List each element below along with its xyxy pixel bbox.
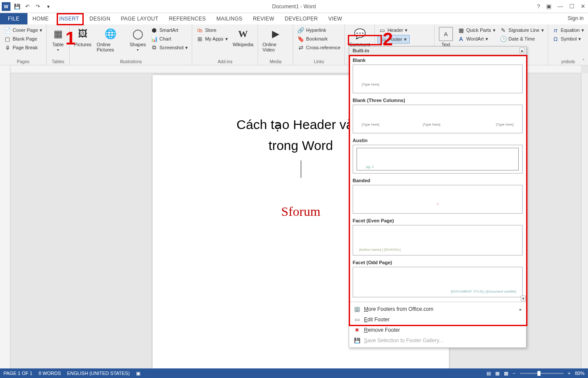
tab-view[interactable]: VIEW [323,13,347,24]
shapes-icon: ◯ [131,27,145,41]
collapse-ribbon-icon[interactable]: ˄ [582,58,585,63]
help-icon[interactable]: ? [537,3,540,10]
tab-insert[interactable]: INSERT [54,13,85,24]
group-label-media: Media [261,59,290,64]
gallery-item-austin[interactable]: pg. 1 [353,145,523,174]
quick-access-toolbar: W 💾 ↶ ↷ ▾ [0,2,52,11]
cross-reference-button[interactable]: ⇄Cross-reference [296,44,342,51]
group-label-illustrations: Illustrations [72,59,189,64]
zoom-thumb[interactable] [537,371,540,376]
date-time-button[interactable]: 🕒Date & Time [499,35,545,43]
hyperlink-button[interactable]: 🔗Hyperlink [296,26,342,34]
wordart-button[interactable]: AWordArt ▾ [456,35,497,43]
gallery-item-blank[interactable]: [Type here] [353,65,523,93]
edit-footer-menu-item[interactable]: ▭ Edit Footer [349,314,526,325]
signature-line-button[interactable]: ✎Signature Line ▾ [499,26,545,34]
save-icon[interactable]: 💾 [13,3,21,10]
save-to-gallery-menu-item: 💾 Save Selection to Footer Gallery... [349,335,526,346]
status-language[interactable]: ENGLISH (UNITED STATES) [67,371,130,376]
symbol-button[interactable]: ΩSymbol ▾ [551,35,585,43]
remove-footer-menu-item[interactable]: ✖ Remove Footer [349,325,526,335]
zoom-slider[interactable] [520,373,564,374]
tab-developer[interactable]: DEVELOPER [279,13,323,24]
store-button[interactable]: 🛍Store [195,26,229,34]
equation-icon: π [552,27,559,34]
online-pictures-button[interactable]: 🌐Online Pictures [95,26,126,58]
tab-mailings[interactable]: MAILINGS [211,13,248,24]
maximize-icon[interactable]: ☐ [569,3,574,10]
view-web-layout-icon[interactable]: ▩ [504,371,508,376]
zoom-level[interactable]: 80% [575,371,585,376]
footer-button[interactable]: ▭Footer ▾ [377,35,410,44]
word-logo-icon: W [2,2,10,11]
page-break-button[interactable]: ⤋Page Break [3,44,44,51]
online-video-icon: ▶ [269,27,282,41]
group-media: ▶Online Video Media [258,24,293,65]
gallery-scroll-down-icon[interactable]: ▾ [521,296,526,301]
table-button[interactable]: ▦Table▾ [49,26,67,53]
wikipedia-button[interactable]: WWikipedia [231,26,255,58]
gallery-item-title: Banded [353,178,523,183]
gallery-item-facet-even[interactable]: [Author name] | [SCHOOL] [353,225,523,255]
group-label-tables: Tables [49,59,67,64]
title-bar: W 💾 ↶ ↷ ▾ Document1 - Word ? ▣ — ☐ ✕ [0,0,588,13]
tab-file[interactable]: FILE [0,13,27,24]
gallery-item-blank-three-columns[interactable]: [Type here] [Type here] [Type here] [353,105,523,133]
macro-record-icon[interactable]: ▣ [136,371,140,376]
zoom-out-icon[interactable]: − [513,371,515,376]
cover-page-button[interactable]: 📄Cover Page ▾ [3,26,44,34]
my-apps-button[interactable]: ⊞My Apps ▾ [195,35,229,43]
bookmark-button[interactable]: 🔖Bookmark [296,35,342,43]
vertical-scrollbar[interactable] [581,73,588,368]
status-page[interactable]: PAGE 1 OF 1 [3,371,32,376]
view-print-layout-icon[interactable]: ▦ [495,371,500,376]
window-controls: ? ▣ — ☐ ✕ [537,3,585,10]
cross-reference-icon: ⇄ [297,44,304,51]
redo-icon[interactable]: ↷ [34,3,42,10]
more-footers-menu-item[interactable]: 🏢 More Footers from Office.com ▸ [349,304,526,314]
qat-customize-icon[interactable]: ▾ [44,3,52,10]
document-title: Document1 - Word [272,3,316,10]
gallery-item-facet-odd[interactable]: [DOCUMENT TITLE] | [Document subtitle] [353,267,523,297]
gallery-body: Blank [Type here] Blank (Three Columns) … [349,55,526,302]
quick-parts-button[interactable]: ▦Quick Parts ▾ [456,26,497,34]
shapes-button[interactable]: ◯Shapes▾ [128,26,147,58]
tab-home[interactable]: HOME [27,13,54,24]
office-icon: 🏢 [353,306,360,313]
zoom-in-icon[interactable]: + [568,371,571,376]
close-icon[interactable]: ✕ [581,3,585,10]
screenshot-button[interactable]: ⧉Screenshot ▾ [150,44,190,51]
blank-page-button[interactable]: ▢Blank Page [3,35,44,43]
gallery-scroll-up-icon[interactable]: ▴ [520,48,524,53]
tab-page-layout[interactable]: PAGE LAYOUT [116,13,163,24]
tab-review[interactable]: REVIEW [248,13,279,24]
chart-icon: 📊 [151,35,158,42]
gallery-item-title: Facet (Even Page) [353,218,523,223]
edit-footer-icon: ▭ [353,316,360,323]
footer-icon: ▭ [380,36,387,43]
undo-icon[interactable]: ↶ [24,3,31,10]
screenshot-icon: ⧉ [151,44,158,51]
group-label-addins: Add-ins [195,59,255,64]
minimize-icon[interactable]: — [557,3,563,10]
gallery-item-title: Facet (Odd Page) [353,260,523,265]
online-video-button[interactable]: ▶Online Video [261,26,290,53]
gallery-item-title: Blank (Three Columns) [353,98,523,103]
chart-button[interactable]: 📊Chart [150,35,190,43]
pictures-button[interactable]: 🖼Pictures [72,26,93,58]
equation-button[interactable]: πEquation ▾ [551,26,585,34]
view-read-mode-icon[interactable]: ▤ [486,371,491,376]
table-icon: ▦ [51,27,65,41]
smartart-icon: ⬢ [151,27,158,34]
comment-button[interactable]: 💬Comment [347,26,372,48]
header-icon: ▭ [379,27,386,34]
status-words[interactable]: 8 WORDS [38,371,61,376]
smartart-button[interactable]: ⬢SmartArt [150,26,190,34]
header-button[interactable]: ▭Header ▾ [377,26,410,34]
sign-in-link[interactable]: Sign in [568,15,584,21]
tab-references[interactable]: REFERENCES [163,13,211,24]
gallery-item-banded[interactable]: 1 [353,185,523,214]
group-addins: 🛍Store ⊞My Apps ▾ WWikipedia Add-ins [192,24,258,65]
ribbon-display-icon[interactable]: ▣ [546,3,551,10]
tab-design[interactable]: DESIGN [84,13,116,24]
